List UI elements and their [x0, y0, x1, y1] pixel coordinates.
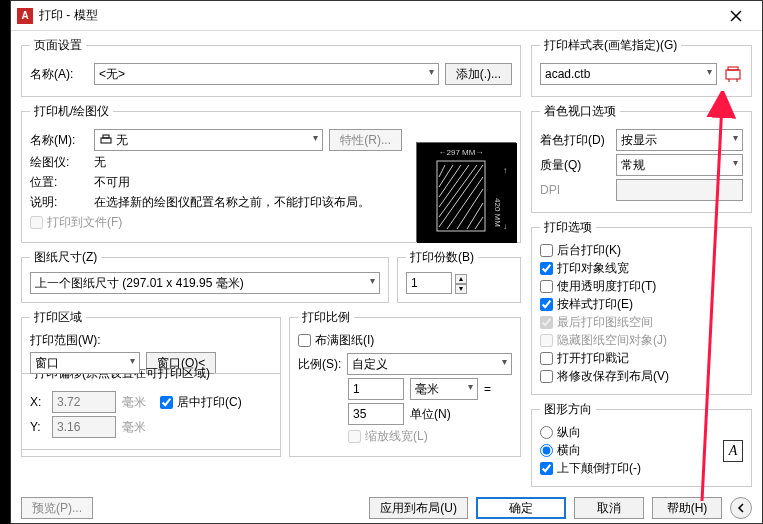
- plot-style-group: 打印样式表(画笔指定)(G) acad.ctb: [531, 37, 752, 97]
- description-label: 说明:: [30, 194, 88, 211]
- orient-portrait-radio[interactable]: 纵向: [540, 424, 581, 441]
- paper-size-legend: 图纸尺寸(Z): [30, 249, 101, 266]
- close-button[interactable]: [716, 2, 756, 30]
- print-scope-label: 打印范围(W):: [30, 332, 272, 349]
- svg-text:420 MM: 420 MM: [493, 198, 502, 227]
- orientation-icon: A: [723, 440, 743, 462]
- svg-text:↑: ↑: [503, 166, 507, 175]
- scale-unit2-label: 单位(N): [410, 406, 480, 423]
- offset-x-input: 3.72: [52, 391, 116, 413]
- printer-legend: 打印机/绘图仪: [30, 103, 113, 120]
- print-dialog: A 打印 - 模型 页面设置 名称(A): <无> 添加(.)... 打印机/绘…: [10, 0, 763, 524]
- scale-num1-input[interactable]: 1: [348, 378, 404, 400]
- cancel-button[interactable]: 取消: [574, 497, 644, 519]
- scale-equals: =: [484, 382, 491, 396]
- orient-landscape-radio[interactable]: 横向: [540, 442, 581, 459]
- printer-name-label: 名称(M):: [30, 132, 88, 149]
- offset-x-label: X:: [30, 395, 46, 409]
- svg-rect-19: [728, 67, 738, 70]
- scale-ratio-label: 比例(S):: [298, 356, 341, 373]
- opt-hide-paperspace-checkbox: 隐藏图纸空间对象(J): [540, 332, 667, 349]
- scale-lineweight-checkbox[interactable]: 缩放线宽(L): [348, 428, 428, 445]
- chevron-left-icon: [736, 503, 746, 513]
- plot-options-legend: 打印选项: [540, 219, 596, 236]
- printer-name-select[interactable]: 无: [94, 129, 323, 151]
- svg-rect-18: [726, 70, 740, 79]
- page-name-select[interactable]: <无>: [94, 63, 439, 85]
- svg-rect-0: [101, 138, 111, 143]
- plot-style-legend: 打印样式表(画笔指定)(G): [540, 37, 681, 54]
- page-setup-legend: 页面设置: [30, 37, 86, 54]
- opt-lineweight-checkbox[interactable]: 打印对象线宽: [540, 260, 629, 277]
- fit-to-paper-checkbox[interactable]: 布满图纸(I): [298, 332, 374, 349]
- print-to-file-checkbox[interactable]: 打印到文件(F): [30, 214, 122, 231]
- print-offset-group: 打印偏移(原点设置在可打印区域) X: 3.72 毫米 居中打印(C) Y: 3…: [21, 365, 281, 450]
- edit-plot-style-button[interactable]: [723, 64, 743, 84]
- ok-button[interactable]: 确定: [476, 497, 566, 519]
- app-logo-icon: A: [17, 8, 33, 24]
- shade-viewport-group: 着色视口选项 着色打印(D) 按显示 质量(Q) 常规 DPI: [531, 103, 752, 213]
- svg-rect-1: [103, 135, 109, 138]
- scale-num2-input[interactable]: 35: [348, 403, 404, 425]
- add-page-setup-button[interactable]: 添加(.)...: [445, 63, 512, 85]
- shade-dpi-label: DPI: [540, 183, 610, 197]
- page-setup-group: 页面设置 名称(A): <无> 添加(.)...: [21, 37, 521, 97]
- orientation-legend: 图形方向: [540, 401, 596, 418]
- page-name-label: 名称(A):: [30, 66, 88, 83]
- shade-print-label: 着色打印(D): [540, 132, 610, 149]
- center-print-checkbox[interactable]: 居中打印(C): [160, 394, 242, 411]
- offset-x-unit: 毫米: [122, 394, 146, 411]
- shade-print-select[interactable]: 按显示: [616, 129, 743, 151]
- plot-style-select[interactable]: acad.ctb: [540, 63, 717, 85]
- titlebar: A 打印 - 模型: [11, 1, 762, 31]
- paper-preview: ←297 MM→ ↑ 420 MM ↓: [416, 142, 516, 242]
- location-label: 位置:: [30, 174, 88, 191]
- description-value: 在选择新的绘图仪配置名称之前，不能打印该布局。: [94, 194, 402, 211]
- plot-options-group: 打印选项 后台打印(K) 打印对象线宽 使用透明度打印(T) 按样式打印(E) …: [531, 219, 752, 395]
- copies-input[interactable]: 1: [406, 272, 452, 294]
- copies-down-button[interactable]: ▾: [455, 284, 467, 294]
- opt-background-checkbox[interactable]: 后台打印(K): [540, 242, 621, 259]
- collapse-button[interactable]: [730, 497, 752, 519]
- opt-plot-stamp-checkbox[interactable]: 打开打印戳记: [540, 350, 629, 367]
- opt-style-checkbox[interactable]: 按样式打印(E): [540, 296, 633, 313]
- plotter-value: 无: [94, 154, 106, 171]
- printer-icon: [99, 134, 113, 146]
- plotter-label: 绘图仪:: [30, 154, 88, 171]
- help-button[interactable]: 帮助(H): [652, 497, 722, 519]
- location-value: 不可用: [94, 174, 130, 191]
- orientation-group: 图形方向 纵向 横向 上下颠倒打印(-) A: [531, 401, 752, 487]
- paper-size-group: 图纸尺寸(Z) 上一个图纸尺寸 (297.01 x 419.95 毫米): [21, 249, 389, 303]
- scale-unit1-select[interactable]: 毫米: [410, 378, 478, 400]
- window-title: 打印 - 模型: [39, 7, 716, 24]
- opt-transparency-checkbox[interactable]: 使用透明度打印(T): [540, 278, 656, 295]
- svg-text:←297 MM→: ←297 MM→: [439, 148, 484, 157]
- orient-upside-down-checkbox[interactable]: 上下颠倒打印(-): [540, 460, 641, 477]
- print-scale-group: 打印比例 布满图纸(I) 比例(S): 自定义 1 毫米 =: [289, 309, 521, 457]
- shade-quality-label: 质量(Q): [540, 157, 610, 174]
- copies-group: 打印份数(B) 1 ▴ ▾: [397, 249, 521, 303]
- preview-button[interactable]: 预览(P)...: [21, 497, 93, 519]
- shade-dpi-input: [616, 179, 743, 201]
- print-area-legend: 打印区域: [30, 309, 86, 326]
- opt-save-layout-checkbox[interactable]: 将修改保存到布局(V): [540, 368, 669, 385]
- shade-quality-select[interactable]: 常规: [616, 154, 743, 176]
- copies-up-button[interactable]: ▴: [455, 274, 467, 284]
- offset-y-input: 3.16: [52, 416, 116, 438]
- offset-y-label: Y:: [30, 420, 46, 434]
- offset-y-unit: 毫米: [122, 419, 146, 436]
- scale-ratio-select[interactable]: 自定义: [347, 353, 512, 375]
- svg-rect-2: [417, 143, 517, 243]
- print-scope-select[interactable]: 窗口: [30, 352, 140, 374]
- svg-text:↓: ↓: [503, 222, 507, 231]
- apply-to-layout-button[interactable]: 应用到布局(U): [369, 497, 468, 519]
- paper-size-select[interactable]: 上一个图纸尺寸 (297.01 x 419.95 毫米): [30, 272, 380, 294]
- printer-group: 打印机/绘图仪 名称(M): 无 特性(R)... 绘图仪: 无: [21, 103, 521, 243]
- copies-legend: 打印份数(B): [406, 249, 478, 266]
- print-scale-legend: 打印比例: [298, 309, 354, 326]
- opt-paperspace-last-checkbox: 最后打印图纸空间: [540, 314, 653, 331]
- printer-properties-button[interactable]: 特性(R)...: [329, 129, 402, 151]
- shade-viewport-legend: 着色视口选项: [540, 103, 620, 120]
